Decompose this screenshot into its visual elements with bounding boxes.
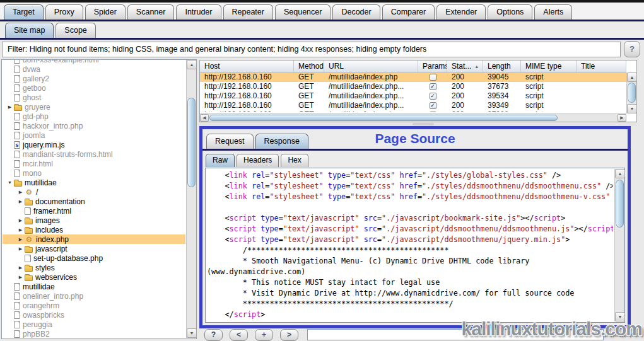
main-tab-repeater[interactable]: Repeater <box>223 4 273 20</box>
column-header-url[interactable]: URL <box>324 61 418 72</box>
table-row[interactable]: http://192.168.0.160GET/mutillidae/index… <box>200 82 626 91</box>
tree-scrollbar[interactable] <box>186 60 196 338</box>
tree-item-javascript[interactable]: javascript <box>3 244 185 253</box>
column-header-host[interactable]: Host <box>200 61 294 72</box>
search-help-button[interactable]: ? <box>204 329 223 341</box>
viewer-tab-response[interactable]: Response <box>255 134 308 149</box>
tree-item-mandiant-struts-forms-html[interactable]: mandiant-struts-forms.html <box>3 149 185 159</box>
tree-item-styles[interactable]: styles <box>3 263 185 272</box>
viewer-subtab-raw[interactable]: Raw <box>206 154 235 167</box>
tree-item-dvwa[interactable]: dvwa <box>3 64 185 74</box>
collapsed-arrow-icon[interactable] <box>6 105 14 110</box>
table-row[interactable]: http://192.168.0.160GET/mutillidae/index… <box>200 72 626 82</box>
table-scrollbar-thumb[interactable] <box>628 83 636 103</box>
tree-item-includes[interactable]: includes <box>3 225 185 234</box>
collapsed-arrow-icon[interactable] <box>16 246 25 251</box>
target-subtab-bar: Site mapScope <box>0 21 644 38</box>
table-row[interactable]: http://192.168.0.160GET/mutillidae/index… <box>200 91 626 101</box>
table-vertical-scrollbar[interactable] <box>626 72 636 113</box>
tree-item-hackxor-intro-php[interactable]: hackxor_intro.php <box>3 121 185 130</box>
tree-viewport: dom-xss-example.htmldvwagallery2getboogh… <box>3 60 185 338</box>
search-input[interactable] <box>307 329 604 340</box>
column-header-title[interactable]: Title <box>577 61 626 72</box>
cell-mime: script <box>521 110 577 112</box>
response-scrollbar-thumb[interactable] <box>616 180 624 228</box>
tree-item-phpbb2[interactable]: phpBB2 <box>3 329 185 338</box>
tree-item-documentation[interactable]: documentation <box>3 197 185 206</box>
tree-item-orangehrm[interactable]: orangehrm <box>3 301 185 310</box>
collapsed-arrow-icon[interactable] <box>16 237 25 242</box>
main-tab-target[interactable]: Target <box>4 4 44 20</box>
scroll-down-icon[interactable] <box>187 328 197 338</box>
collapsed-arrow-icon[interactable] <box>16 228 25 233</box>
search-add-button[interactable]: + <box>255 329 273 341</box>
tree-item-peruggia[interactable]: peruggia <box>3 320 185 329</box>
tree-item-jquery-min-js[interactable]: jquery.min.js <box>3 140 185 149</box>
scroll-down-icon[interactable] <box>627 104 637 113</box>
tree-item-root[interactable]: / <box>3 187 185 197</box>
tree-item-mcir-html[interactable]: mcir.html <box>3 159 185 168</box>
tree-item-joomla[interactable]: joomla <box>3 130 185 140</box>
tree-item-set-up-database-php[interactable]: set-up-database.php <box>3 253 185 263</box>
tree-item-framer-html[interactable]: framer.html <box>3 206 185 216</box>
table-hscrollbar-thumb[interactable] <box>209 115 558 121</box>
main-tab-intruder[interactable]: Intruder <box>176 4 221 20</box>
main-tab-spider[interactable]: Spider <box>85 4 126 20</box>
subtab-site-map[interactable]: Site map <box>5 23 54 38</box>
viewer-subtab-headers[interactable]: Headers <box>237 154 279 167</box>
tree-item-mutillidae[interactable]: mutillidae <box>3 178 185 187</box>
response-scrollbar[interactable] <box>614 169 624 321</box>
table-row[interactable]: http://192.168.0.160GET/mutillidae/index… <box>200 101 626 110</box>
expanded-arrow-icon[interactable] <box>6 180 14 185</box>
tree-item-gruyere[interactable]: gruyere <box>3 102 185 112</box>
tree-item-oneliner-intro-php[interactable]: oneliner_intro.php <box>3 291 185 301</box>
column-header-mime-type[interactable]: MIME type <box>521 61 577 72</box>
scroll-up-icon[interactable] <box>615 169 625 178</box>
main-tab-extender[interactable]: Extender <box>436 4 486 20</box>
tree-item-gallery2[interactable]: gallery2 <box>3 74 185 83</box>
main-tab-decoder[interactable]: Decoder <box>332 4 380 20</box>
scroll-up-icon[interactable] <box>627 72 637 82</box>
collapsed-arrow-icon[interactable] <box>16 265 25 270</box>
filter-bar[interactable]: Filter: Hiding not found items; hiding C… <box>2 42 621 57</box>
scroll-up-icon[interactable] <box>187 60 197 69</box>
table-row[interactable]: http://192.168.0.160GET/mutillidae/index… <box>200 110 626 112</box>
collapsed-arrow-icon[interactable] <box>16 275 25 280</box>
main-tab-scanner[interactable]: Scanner <box>127 4 175 20</box>
filter-help-button[interactable]: ? <box>624 41 640 57</box>
tree-item-mutillidae[interactable]: mutillidae <box>3 282 185 291</box>
main-tab-comparer[interactable]: Comparer <box>382 4 435 20</box>
tree-item-index-php[interactable]: index.php <box>3 234 185 244</box>
search-next-button[interactable]: > <box>280 329 298 341</box>
collapsed-arrow-icon[interactable] <box>16 218 25 223</box>
column-header-stat[interactable]: Stat... <box>447 61 483 72</box>
tree-item-owaspbricks[interactable]: owaspbricks <box>3 310 185 320</box>
column-header-params[interactable]: Params <box>418 61 447 72</box>
main-tab-sequencer[interactable]: Sequencer <box>275 4 331 20</box>
main-tab-alerts[interactable]: Alerts <box>534 4 572 20</box>
viewer-subtab-hex[interactable]: Hex <box>281 154 308 167</box>
tree-item-getboo[interactable]: getboo <box>3 83 185 93</box>
scroll-down-icon[interactable] <box>615 312 625 321</box>
main-tab-options[interactable]: Options <box>488 4 532 20</box>
tree-item-dom-xss-example-html[interactable]: dom-xss-example.html <box>3 60 185 64</box>
tree-scrollbar-thumb[interactable] <box>187 98 196 187</box>
scroll-right-icon[interactable] <box>618 114 626 122</box>
response-raw-view[interactable]: <link rel="stylesheet" type="text/css" h… <box>207 170 613 321</box>
table-horizontal-scrollbar[interactable] <box>200 113 626 122</box>
viewer-tab-request[interactable]: Request <box>206 134 254 149</box>
tree-item-gtd-php[interactable]: gtd-php <box>3 112 185 121</box>
subtab-scope[interactable]: Scope <box>56 23 95 38</box>
tree-item-ghost[interactable]: ghost <box>3 93 185 102</box>
column-header-method[interactable]: Method <box>294 61 324 72</box>
collapsed-arrow-icon[interactable] <box>16 199 25 204</box>
column-header-length[interactable]: Length <box>483 61 521 72</box>
tree-item-webservices[interactable]: webservices <box>3 272 185 282</box>
search-prev-button[interactable]: < <box>230 329 248 341</box>
splitter-grip-icon[interactable] <box>413 123 434 125</box>
tree-item-images[interactable]: images <box>3 216 185 225</box>
scroll-left-icon[interactable] <box>200 114 209 122</box>
tree-item-mono[interactable]: mono <box>3 168 185 178</box>
main-tab-proxy[interactable]: Proxy <box>45 4 83 20</box>
collapsed-arrow-icon[interactable] <box>16 190 25 195</box>
